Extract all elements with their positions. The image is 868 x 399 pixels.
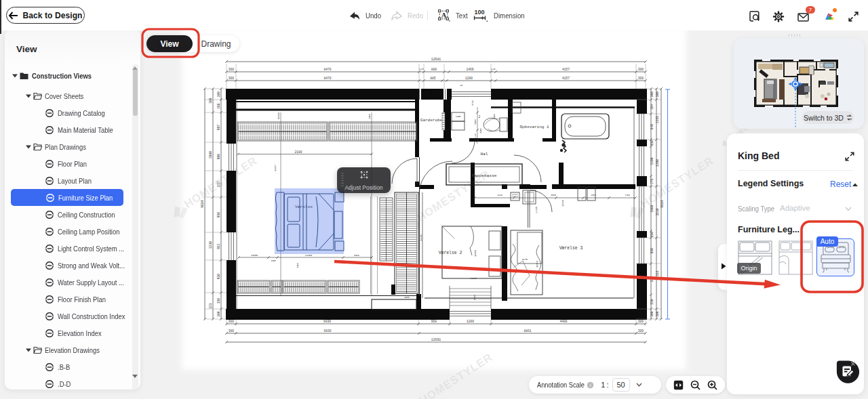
svg-text:12691: 12691 bbox=[431, 338, 441, 341]
svg-text:9084: 9084 bbox=[660, 200, 664, 208]
svg-text:1984: 1984 bbox=[535, 260, 538, 268]
svg-text:1990: 1990 bbox=[470, 276, 477, 280]
svg-text:2860: 2860 bbox=[209, 151, 212, 159]
svg-text:4408: 4408 bbox=[559, 320, 567, 323]
svg-text:748: 748 bbox=[625, 193, 630, 196]
svg-text:668: 668 bbox=[473, 295, 476, 300]
svg-text:108: 108 bbox=[271, 259, 276, 262]
svg-text:886: 886 bbox=[551, 193, 556, 196]
svg-text:640: 640 bbox=[650, 124, 654, 130]
svg-text:300: 300 bbox=[656, 91, 659, 98]
svg-text:1320: 1320 bbox=[561, 199, 564, 207]
svg-text:880: 880 bbox=[431, 68, 437, 71]
svg-text:160: 160 bbox=[456, 114, 461, 118]
svg-text:Opbevaring 1: Opbevaring 1 bbox=[519, 125, 549, 129]
svg-text:101: 101 bbox=[591, 193, 596, 196]
svg-text:Værelse 2: Værelse 2 bbox=[439, 251, 462, 255]
svg-text:Garderobe: Garderobe bbox=[420, 118, 443, 123]
svg-text:900: 900 bbox=[217, 154, 220, 160]
svg-text:908: 908 bbox=[404, 296, 410, 299]
svg-text:1200: 1200 bbox=[650, 157, 654, 165]
svg-text:300: 300 bbox=[638, 68, 644, 71]
svg-text:1130: 1130 bbox=[535, 206, 538, 213]
svg-text:300: 300 bbox=[229, 320, 235, 323]
svg-text:1437: 1437 bbox=[273, 164, 277, 171]
svg-text:968: 968 bbox=[431, 320, 437, 323]
svg-text:3230: 3230 bbox=[209, 241, 212, 249]
svg-text:Hal: Hal bbox=[480, 152, 488, 156]
svg-text:850: 850 bbox=[650, 248, 654, 254]
svg-text:12681: 12681 bbox=[431, 58, 441, 61]
svg-text:1469: 1469 bbox=[466, 68, 473, 71]
svg-text:Rappekasse: Rappekasse bbox=[471, 173, 496, 178]
svg-text:284: 284 bbox=[650, 104, 654, 110]
svg-text:930: 930 bbox=[217, 274, 220, 280]
svg-text:300: 300 bbox=[209, 98, 212, 104]
svg-text:1130: 1130 bbox=[419, 234, 422, 241]
svg-text:300: 300 bbox=[650, 311, 654, 317]
svg-text:790: 790 bbox=[296, 263, 299, 268]
svg-text:300: 300 bbox=[650, 91, 654, 98]
svg-text:950: 950 bbox=[217, 212, 220, 218]
svg-text:300: 300 bbox=[638, 77, 644, 80]
svg-text:885: 885 bbox=[430, 77, 436, 80]
svg-text:i: i bbox=[590, 382, 591, 388]
svg-text:331: 331 bbox=[650, 276, 654, 282]
svg-text:288: 288 bbox=[217, 103, 220, 109]
svg-text:1200: 1200 bbox=[465, 77, 473, 80]
svg-text:150: 150 bbox=[217, 298, 220, 304]
svg-text:380: 380 bbox=[479, 128, 482, 133]
svg-text:4157: 4157 bbox=[562, 77, 570, 80]
svg-text:2255: 2255 bbox=[656, 116, 659, 123]
svg-text:113: 113 bbox=[474, 133, 477, 139]
svg-text:1950: 1950 bbox=[473, 249, 477, 257]
svg-text:978: 978 bbox=[522, 257, 528, 261]
svg-text:300: 300 bbox=[656, 311, 659, 317]
svg-text:300: 300 bbox=[638, 320, 644, 323]
svg-text:18: 18 bbox=[460, 84, 463, 87]
svg-text:3065: 3065 bbox=[277, 112, 280, 119]
svg-text:997: 997 bbox=[217, 125, 220, 131]
svg-text:2: 2 bbox=[479, 115, 481, 119]
svg-text:912: 912 bbox=[217, 243, 220, 249]
svg-text:6830: 6830 bbox=[323, 320, 331, 323]
svg-text:300: 300 bbox=[638, 329, 644, 333]
svg-text:117: 117 bbox=[217, 181, 220, 187]
svg-text:680: 680 bbox=[474, 119, 477, 125]
svg-text:8861: 8861 bbox=[524, 329, 531, 333]
svg-text:323: 323 bbox=[209, 303, 212, 309]
svg-text:9084: 9084 bbox=[201, 200, 204, 208]
svg-text:120: 120 bbox=[491, 68, 496, 70]
svg-text:2180: 2180 bbox=[294, 150, 302, 154]
svg-text:120: 120 bbox=[419, 68, 425, 70]
svg-text:Værelse 3: Værelse 3 bbox=[559, 246, 583, 251]
svg-text:904: 904 bbox=[354, 253, 359, 257]
svg-text:6830: 6830 bbox=[323, 329, 331, 333]
svg-text:100: 100 bbox=[474, 9, 484, 16]
svg-text:3130: 3130 bbox=[656, 208, 659, 215]
svg-text:300: 300 bbox=[229, 77, 235, 80]
svg-text:150: 150 bbox=[650, 299, 654, 305]
svg-text:8470: 8470 bbox=[323, 68, 331, 71]
svg-text:331: 331 bbox=[656, 270, 659, 276]
svg-text:1000: 1000 bbox=[251, 253, 258, 257]
svg-text:300: 300 bbox=[229, 68, 235, 71]
svg-text:8470: 8470 bbox=[323, 77, 331, 80]
svg-text:416: 416 bbox=[497, 193, 502, 196]
svg-text:A: A bbox=[441, 12, 447, 19]
svg-text:300: 300 bbox=[229, 329, 235, 333]
svg-text:390: 390 bbox=[493, 114, 496, 119]
svg-text:1200: 1200 bbox=[656, 159, 659, 167]
svg-text:300: 300 bbox=[217, 311, 220, 317]
svg-text:1200: 1200 bbox=[467, 320, 474, 323]
svg-text:379: 379 bbox=[471, 100, 474, 106]
svg-text:275: 275 bbox=[650, 178, 654, 184]
svg-text:390: 390 bbox=[368, 114, 371, 119]
svg-text:150: 150 bbox=[650, 140, 654, 146]
svg-text:4157: 4157 bbox=[562, 68, 570, 71]
svg-text:1680: 1680 bbox=[650, 205, 654, 212]
svg-text:150: 150 bbox=[650, 232, 654, 238]
svg-text:300: 300 bbox=[217, 91, 220, 98]
